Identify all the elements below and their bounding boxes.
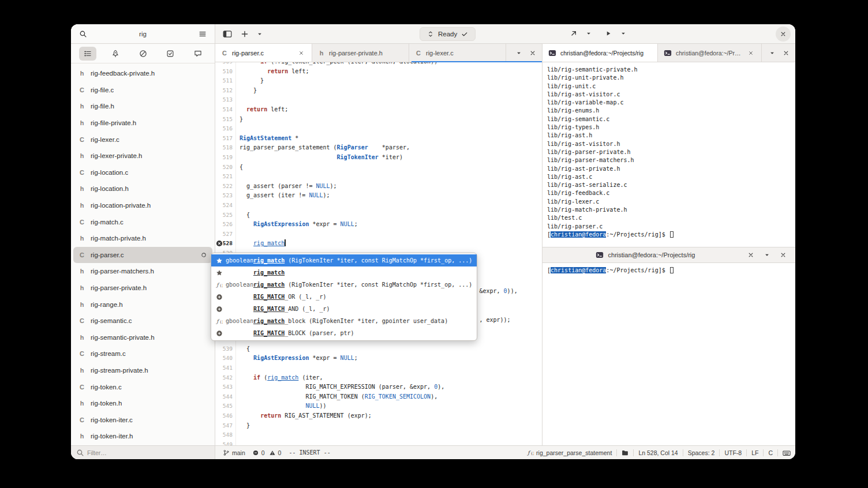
proposal-label: RIG_MATCH_BLOCK (parser, ptr)	[253, 330, 354, 336]
completion-row[interactable]: RIG_MATCH_BLOCK (parser, ptr)	[211, 327, 477, 339]
git-branch-button[interactable]: main	[223, 449, 245, 456]
code-token: ;	[354, 221, 358, 227]
code-text: }	[236, 421, 250, 431]
code-text: rig_parser_parse_statement (RigParser *p…	[236, 143, 410, 153]
file-row[interactable]: hrig-parser-matchers.h	[73, 263, 212, 280]
open-pages-menu-button[interactable]	[513, 47, 525, 59]
line-ending-button[interactable]: LF	[751, 449, 758, 456]
file-row[interactable]: hrig-match-private.h	[73, 230, 212, 247]
file-row[interactable]: hrig-parser-private.h	[73, 280, 212, 296]
terminal-1[interactable]: lib/rig-semantic-private.hlib/rig-unit-p…	[542, 62, 795, 247]
branch-name: main	[232, 449, 245, 456]
code-text: }	[236, 76, 264, 86]
file-row[interactable]: hrig-token.h	[73, 395, 212, 412]
code-line: 515}	[215, 115, 542, 125]
new-page-button[interactable]	[237, 27, 252, 41]
editor-tab[interactable]: hrig-parser-private.h	[312, 44, 409, 62]
terminal-2-close-pane-button[interactable]	[776, 248, 791, 262]
completion-row[interactable]: ƒ{}gbooleanrig_match (RigTokenIter *iter…	[211, 279, 477, 291]
file-row[interactable]: hrig-file-private.h	[73, 115, 212, 132]
file-row[interactable]: hrig-location.h	[73, 181, 212, 197]
separator	[616, 449, 617, 456]
window-close-button[interactable]	[776, 27, 791, 42]
rail-messages-button[interactable]	[189, 47, 207, 61]
tab-close-button[interactable]	[297, 48, 306, 58]
file-row[interactable]: hrig-location-private.h	[73, 197, 212, 214]
file-name: rig-lexer-private.h	[91, 152, 142, 159]
file-name: rig-parser.c	[91, 251, 124, 258]
sidebar-search-button[interactable]	[76, 27, 91, 41]
run-menu-button[interactable]	[618, 27, 628, 40]
file-row[interactable]: Crig-parser.c	[73, 247, 212, 264]
indentation-button[interactable]: Spaces: 2	[688, 449, 715, 456]
terminal-line: lib/rig-parser-private.h	[547, 148, 791, 156]
primary-menu-button[interactable]	[195, 27, 210, 41]
code-token: rig_parser_parse_statement (	[240, 144, 337, 151]
completion-row[interactable]: gbooleanrig_match (RigTokenIter *iter, c…	[211, 254, 477, 266]
tab-label: rig-parser.c	[232, 50, 264, 57]
diagnostics-button[interactable]: 0 0	[253, 449, 282, 456]
file-row[interactable]: hrig-range.h	[73, 296, 212, 313]
terminal-2-menu-button[interactable]	[762, 248, 772, 262]
file-row[interactable]: Crig-stream.c	[73, 346, 212, 362]
terminal-2-close-button[interactable]	[743, 248, 758, 262]
file-name: rig-parser-private.h	[91, 284, 147, 291]
header-bar: Ready	[215, 24, 795, 43]
file-row[interactable]: hrig-file.h	[73, 98, 212, 115]
rail-todo-button[interactable]	[162, 47, 179, 61]
completion-row[interactable]: rig_match	[211, 266, 477, 279]
line-number: 547	[215, 421, 236, 431]
keyboard-layout-button[interactable]	[783, 449, 791, 457]
terminal-close-frame-button[interactable]	[780, 47, 792, 59]
terminal-tab[interactable]: christian@fedora:~/Projects	[658, 44, 762, 62]
project-directory-button[interactable]	[622, 449, 628, 456]
file-row[interactable]: Crig-token-iter.c	[73, 411, 212, 428]
code-text: }	[236, 115, 243, 125]
cursor-position-button[interactable]: Ln 528, Col 14	[638, 449, 678, 456]
file-row[interactable]: hrig-stream-private.h	[73, 362, 212, 379]
terminal-pages-menu-button[interactable]	[766, 47, 778, 59]
language-button[interactable]: C	[768, 449, 773, 456]
editor-tab[interactable]: Crig-lexer.c	[409, 44, 506, 62]
terminal-panel: christian@fedora:~/Projects/rigchristian…	[542, 44, 795, 445]
file-name: rig-range.h	[91, 301, 123, 308]
tab-close-button[interactable]	[746, 48, 755, 58]
file-row[interactable]: Crig-semantic.c	[73, 313, 212, 329]
code-line: 548	[215, 430, 542, 440]
filter-input[interactable]	[71, 446, 215, 459]
file-row[interactable]: hrig-semantic-private.h	[73, 329, 212, 346]
file-row[interactable]: Crig-file.c	[73, 82, 212, 99]
rail-symbols-button[interactable]	[79, 47, 96, 61]
run-button[interactable]	[601, 27, 616, 40]
file-row[interactable]: Crig-match.c	[73, 213, 212, 230]
completion-row[interactable]: ƒ{}gbooleanrig_match_block (RigTokenIter…	[211, 315, 477, 327]
editor-tab[interactable]: Crig-parser.c	[215, 44, 312, 62]
file-row[interactable]: Crig-location.c	[73, 164, 212, 181]
file-row[interactable]: hrig-feedback-private.h	[73, 65, 212, 82]
code-token	[240, 68, 267, 74]
current-symbol-button[interactable]: ƒ{} rig_parser_parse_statement	[527, 449, 612, 456]
terminal-2[interactable]: [christian@fedora:~/Projects/rig]$	[542, 263, 795, 445]
rail-build-button[interactable]	[107, 47, 124, 61]
file-row[interactable]: hrig-token-iter.h	[73, 428, 212, 445]
separator	[777, 449, 778, 456]
omnibar[interactable]: Ready	[420, 27, 476, 41]
rail-diagnostics-button[interactable]	[134, 47, 152, 61]
completion-row[interactable]: RIG_MATCH_OR (_l, _r)	[211, 291, 477, 303]
deploy-button[interactable]	[566, 27, 581, 40]
file-row[interactable]: Crig-lexer.c	[73, 131, 212, 148]
encoding-button[interactable]: UTF-8	[724, 449, 742, 456]
file-row[interactable]: Crig-token.c	[73, 378, 212, 395]
terminal-line: lib/rig-ast-serialize.c	[547, 181, 791, 189]
completion-row[interactable]: RIG_MATCH_AND (_l, _r)	[211, 303, 477, 315]
deploy-menu-button[interactable]	[583, 27, 594, 40]
file-row[interactable]: hrig-lexer-private.h	[73, 148, 212, 164]
code-text: RigAstExpression *expr = NULL;	[236, 220, 358, 230]
toggle-panel-button[interactable]	[220, 27, 235, 41]
close-frame-button[interactable]	[527, 47, 538, 59]
chevron-down-icon	[515, 50, 522, 57]
new-page-menu-button[interactable]	[255, 27, 265, 41]
close-icon	[780, 251, 787, 258]
terminal-tab[interactable]: christian@fedora:~/Projects/rig	[542, 44, 658, 62]
file-name: rig-stream.c	[91, 350, 126, 357]
